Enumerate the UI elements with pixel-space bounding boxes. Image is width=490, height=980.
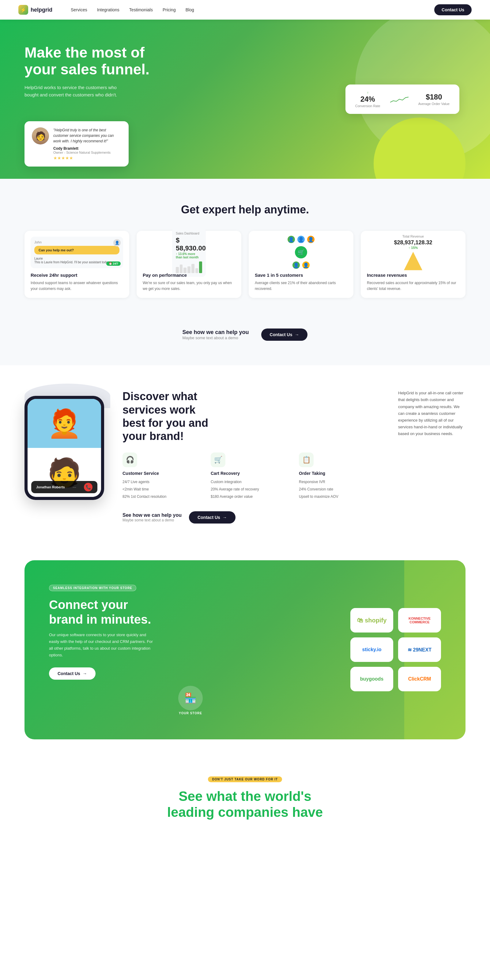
discover-middle: Discover what services work best for you… — [123, 390, 380, 523]
hero-headline: Make the most of your sales funnel. — [24, 44, 150, 78]
your-store-icon: 🏪 — [178, 686, 203, 710]
feature-card-support: John Can you help me out? Laurie This is… — [24, 231, 129, 298]
testimonial-avatar: 🧑 — [32, 127, 49, 145]
phone-screen: 🧑‍🦰 🧑 Jonathan Roberts ··· 📞 — [27, 399, 101, 497]
discover-cta-heading: See how we can help you — [123, 512, 181, 518]
integration-card-buygoods: buygoods — [350, 667, 393, 691]
cta-text-1: See how we can help you Maybe some text … — [183, 329, 249, 340]
integration-card-sticky: sticky.io — [350, 637, 393, 662]
hero-subtext: HelpGrid works to service the customers … — [24, 84, 129, 99]
cta-button-1[interactable]: Contact Us → — [261, 328, 308, 341]
chat-bubble: Can you help me out? — [34, 246, 119, 255]
social-proof-section: DON'T JUST TAKE OUR WORD FOR IT See what… — [0, 752, 490, 833]
hero-content: Make the most of your sales funnel. Help… — [24, 44, 150, 99]
integrations-left: SEAMLESS INTEGRATION WITH YOUR STORE Con… — [49, 585, 332, 714]
integrations-section: SEAMLESS INTEGRATION WITH YOUR STORE Con… — [24, 560, 466, 739]
testimonial-author: Cody Bramlett — [53, 146, 121, 151]
phone-avatar-area-top: 🧑‍🦰 — [27, 399, 101, 448]
divider-1 — [0, 353, 490, 365]
discover-description: HelpGrid is your all-in-one call center … — [398, 390, 466, 437]
feature-title-revenue: Increase revenues — [367, 272, 460, 278]
feature-desc-revenue: Recovered sales account for approximatel… — [367, 280, 460, 292]
nav-pricing[interactable]: Pricing — [162, 7, 176, 12]
integrations-badge: SEAMLESS INTEGRATION WITH YOUR STORE — [49, 585, 136, 591]
feature-card-revenue: Total Revenue $28,937,128.32 ↑ 15% Incre… — [361, 231, 466, 298]
nav-links: Services Integrations Testimonials Prici… — [71, 7, 194, 12]
services-list: 🎧 Customer Service 24/7 Live agents <2mi… — [123, 452, 380, 500]
discover-cta-button[interactable]: Contact Us → — [189, 511, 235, 523]
service-icon-order: 📋 — [299, 452, 313, 467]
phone-mockup: 🧑‍🦰 🧑 Jonathan Roberts ··· 📞 — [24, 390, 104, 500]
stat-conversion: ↑ 24% Conversion Rate — [355, 91, 380, 108]
testimonial-body: "HelpGrid truly is one of the best custo… — [53, 127, 121, 161]
feature-icon-support: John Can you help me out? Laurie This is… — [30, 237, 123, 267]
sales-dashboard: Sales Dashboard $ 58,930.00 ↑ 13.6% more… — [172, 228, 206, 277]
cta-heading-1: See how we can help you — [183, 329, 249, 336]
feature-desc-save: Average clients see 21% of their abandon… — [255, 280, 347, 292]
integration-card-clickcrm: ClickCRM — [398, 667, 441, 691]
integrations-cta-button[interactable]: Contact Us → — [49, 667, 95, 680]
testimonial-role: Owner - Science Natural Supplements — [53, 151, 121, 154]
service-list-cart: Custom integration 20% Average rate of r… — [211, 478, 291, 500]
service-list-order: Responsive IVR 24% Conversion rate Upsel… — [299, 478, 380, 500]
discover-cta-subtext: Maybe some text about a demo — [123, 518, 181, 522]
integrations-headline: Connect your brand in minutes. — [49, 597, 332, 627]
social-proof-badge: DON'T JUST TAKE OUR WORD FOR IT — [208, 776, 282, 782]
integration-card-shopify: 🛍 shopify — [350, 608, 393, 633]
testimonial-quote: "HelpGrid truly is one of the best custo… — [53, 127, 121, 144]
discover-heading: Discover what services work best for you… — [123, 390, 380, 443]
buygoods-logo: buygoods — [360, 676, 383, 682]
feature-card-save: 👤 👤 👤 🛒 👤 👤 Save 1 in 5 customers Averag… — [249, 231, 353, 298]
clickcrm-logo: ClickCRM — [408, 676, 431, 682]
feature-icon-performance: Sales Dashboard $ 58,930.00 ↑ 13.6% more… — [143, 237, 235, 267]
discover-right: HelpGrid is your all-in-one call center … — [398, 390, 466, 437]
cta-subtext-1: Maybe some text about a demo — [183, 336, 249, 340]
logo[interactable]: ⚡ helpgrid — [18, 5, 52, 15]
phone-call-bar: Jonathan Roberts ··· 📞 — [31, 481, 97, 493]
navbar: ⚡ helpgrid Services Integrations Testimo… — [0, 0, 490, 20]
logo-icon: ⚡ — [18, 5, 28, 15]
service-icon-cart: 🛒 — [211, 452, 225, 467]
testimonial-card: 🧑 "HelpGrid truly is one of the best cus… — [24, 121, 129, 167]
store-label: YOUR STORE — [49, 711, 332, 715]
caller-name: Jonathan Roberts — [36, 485, 65, 489]
29next-logo: ≋ 29NEXT — [407, 647, 431, 653]
feature-desc-performance: We're so sure of our sales team, you onl… — [143, 280, 235, 292]
service-icon-customer: 🎧 — [123, 452, 137, 467]
feature-title-save: Save 1 in 5 customers — [255, 272, 347, 278]
phone-outer: 🧑‍🦰 🧑 Jonathan Roberts ··· 📞 — [24, 396, 104, 500]
service-customer-service: 🎧 Customer Service 24/7 Live agents <2mi… — [123, 452, 204, 500]
end-call-button: 📞 — [84, 483, 92, 492]
feature-icon-revenue: Total Revenue $28,937,128.32 ↑ 15% — [367, 237, 460, 267]
stats-card: ↑ 24% Conversion Rate $180 Average Order… — [345, 84, 460, 114]
feature-title-support: Receive 24hr support — [30, 272, 123, 278]
hero-section: Make the most of your sales funnel. Help… — [0, 20, 490, 179]
nav-testimonials[interactable]: Testimonials — [129, 7, 153, 12]
sparkline-chart — [390, 95, 409, 104]
service-title-order: Order Taking — [299, 471, 380, 476]
nav-contact-button[interactable]: Contact Us — [434, 4, 472, 15]
discover-section: 🧑‍🦰 🧑 Jonathan Roberts ··· 📞 Discover wh… — [0, 365, 490, 548]
logo-text: helpgrid — [30, 7, 52, 13]
stat-avg-order: $180 Average Order Value — [418, 93, 450, 106]
expert-title: Get expert help anytime. — [24, 203, 466, 216]
nav-integrations[interactable]: Integrations — [97, 7, 119, 12]
service-order-taking: 📋 Order Taking Responsive IVR 24% Conver… — [299, 452, 380, 500]
integration-card-konnective: KONNECTIVECOMMERCE — [398, 608, 441, 633]
service-title-customer: Customer Service — [123, 471, 204, 476]
konnective-logo: KONNECTIVECOMMERCE — [409, 617, 431, 624]
social-proof-headline: See what the world's leading companies h… — [24, 788, 466, 821]
sticky-logo: sticky.io — [362, 647, 382, 652]
features-grid: John Can you help me out? Laurie This is… — [24, 231, 466, 298]
testimonial-stars: ★★★★★ — [53, 156, 121, 161]
integration-card-29next: ≋ 29NEXT — [398, 637, 441, 662]
shopify-logo: 🛍 shopify — [357, 617, 387, 624]
expert-section: Get expert help anytime. John Can you he… — [0, 179, 490, 316]
feature-icon-save: 👤 👤 👤 🛒 👤 👤 — [255, 237, 347, 267]
feature-card-performance: Sales Dashboard $ 58,930.00 ↑ 13.6% more… — [137, 231, 241, 298]
integrations-grid: 🛍 shopify KONNECTIVECOMMERCE sticky.io ≋… — [350, 608, 441, 691]
feature-desc-support: Inbound support teams to answer whatever… — [30, 280, 123, 292]
nav-services[interactable]: Services — [71, 7, 87, 12]
nav-blog[interactable]: Blog — [186, 7, 194, 12]
integrations-description: Our unique software connects to your sto… — [49, 632, 153, 659]
